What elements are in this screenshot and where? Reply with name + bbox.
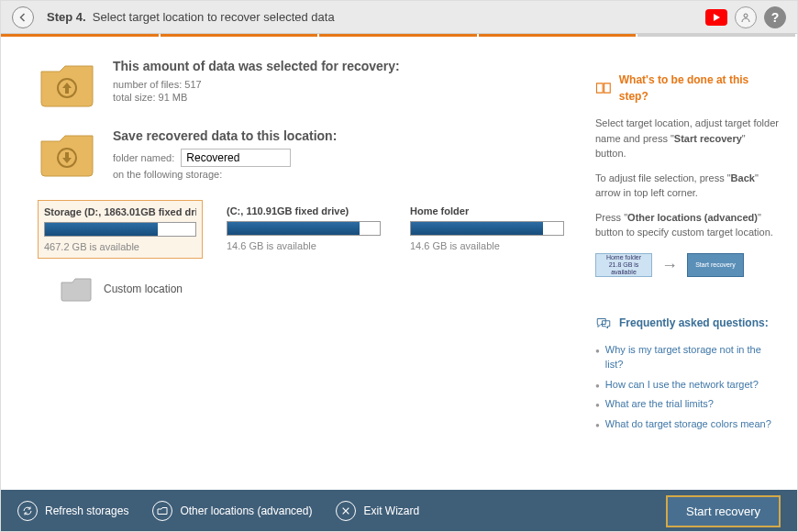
chat-icon [595, 316, 612, 329]
diagram-start-box: Start recovery [687, 253, 744, 277]
close-icon [336, 501, 356, 521]
diagram-select-box: Home folder21.8 GB is available [595, 253, 652, 277]
book-icon [595, 82, 612, 94]
usage-bar [410, 221, 564, 236]
usage-bar [44, 222, 196, 237]
faq-link[interactable]: What are the trial limits? [605, 396, 714, 412]
refresh-icon [17, 501, 38, 521]
youtube-icon[interactable] [705, 9, 727, 26]
faq-link[interactable]: How can I use the network target? [605, 377, 759, 393]
arrow-right-icon: → [661, 253, 678, 278]
usage-bar [227, 221, 381, 236]
exit-wizard-button[interactable]: Exit Wizard [336, 501, 419, 521]
start-recovery-button[interactable]: Start recovery [666, 495, 781, 527]
faq-list: Why is my target storage not in the list… [595, 342, 779, 432]
svg-point-0 [744, 14, 748, 17]
help-icon[interactable]: ? [764, 6, 786, 28]
back-button[interactable] [12, 6, 34, 28]
storage-option[interactable]: (C:, 110.91GB fixed drive) 14.6 GB is av… [221, 200, 386, 259]
folder-up-icon [38, 59, 96, 110]
footer-bar: Refresh storages Other locations (advanc… [1, 490, 797, 532]
header-bar: Step 4. Select target location to recove… [1, 1, 797, 34]
page-title: Step 4. Select target location to recove… [47, 10, 335, 24]
faq-link[interactable]: What do target storage colors mean? [605, 416, 771, 432]
account-icon[interactable] [735, 6, 757, 28]
summary-section: This amount of data was selected for rec… [38, 59, 573, 110]
side-faq-heading: Frequently asked questions: [595, 315, 779, 331]
storage-option[interactable]: Home folder 14.6 GB is available [405, 200, 570, 259]
custom-location-button[interactable]: Custom location [60, 275, 573, 303]
summary-title: This amount of data was selected for rec… [113, 59, 400, 73]
save-section: Save recovered data to this location: fo… [38, 128, 573, 182]
main-panel: This amount of data was selected for rec… [1, 37, 586, 490]
storage-option[interactable]: Storage (D:, 1863.01GB fixed drive) 467.… [38, 200, 203, 259]
side-panel: What's to be done at this step? Select t… [586, 37, 797, 490]
folder-down-icon [38, 128, 96, 180]
step-title: Select target location to recover select… [93, 10, 335, 24]
arrow-left-icon [17, 12, 28, 23]
save-title: Save recovered data to this location: [113, 128, 337, 143]
side-todo-heading: What's to be done at this step? [595, 72, 779, 105]
folder-icon [60, 275, 93, 303]
folder-name-input[interactable] [181, 149, 291, 167]
other-locations-button[interactable]: Other locations (advanced) [152, 501, 312, 521]
folder-icon [152, 501, 172, 521]
refresh-storages-button[interactable]: Refresh storages [17, 501, 128, 521]
header-actions: ? [705, 6, 786, 28]
help-diagram: Home folder21.8 GB is available → Start … [595, 253, 779, 278]
step-label: Step 4. [47, 10, 86, 24]
storage-list: Storage (D:, 1863.01GB fixed drive) 467.… [38, 200, 573, 259]
faq-link[interactable]: Why is my target storage not in the list… [605, 342, 779, 372]
